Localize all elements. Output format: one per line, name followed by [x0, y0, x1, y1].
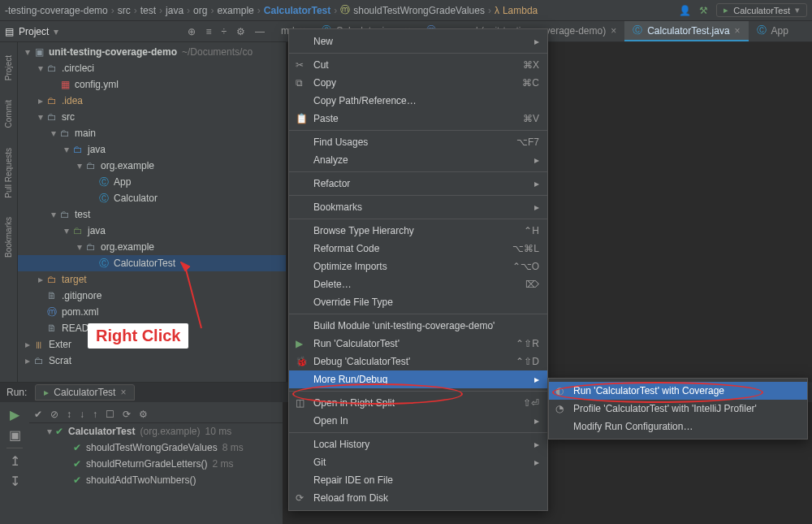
test-row-1[interactable]: ✔shouldTestWrongGradeValues8 ms	[29, 440, 283, 456]
test-row-3[interactable]: ✔shouldAddTwoNumbers()	[29, 472, 283, 488]
expand-icon[interactable]: ↓	[80, 409, 84, 420]
down-icon[interactable]: ↧	[10, 474, 20, 489]
menu-override-filetype[interactable]: Override File Type	[289, 293, 547, 311]
rerun-icon[interactable]: ▶	[10, 407, 19, 422]
split-icon: ◫	[296, 397, 304, 409]
gear-icon[interactable]: ⚙	[236, 26, 245, 37]
tree-root[interactable]: ▣unit-testing-coverage-demo~/Documents/c…	[18, 44, 286, 60]
tick-icon: ✔	[73, 474, 81, 486]
tree-ext-libs[interactable]: ⫼Exter	[18, 336, 286, 353]
menu-browse-hierarchy[interactable]: Browse Type Hierarchy⌃H	[289, 222, 547, 240]
menu-new[interactable]: New▸	[289, 32, 547, 50]
submenu-run-coverage[interactable]: ◐Run 'CalculatorTest' with Coverage	[549, 382, 807, 400]
menu-copy[interactable]: ⧉Copy⌘C	[289, 74, 547, 92]
menu-reformat[interactable]: Reformat Code⌥⌘L	[289, 240, 547, 258]
menu-bookmarks[interactable]: Bookmarks▸	[289, 198, 547, 216]
menu-cut[interactable]: ✂Cut⌘X	[289, 56, 547, 74]
run-configuration-selector[interactable]: ▸ CalculatorTest ▾	[716, 3, 807, 17]
tree-pom[interactable]: ⓜpom.xml	[18, 304, 286, 320]
select-opened-icon[interactable]: ⊕	[188, 26, 196, 37]
tree-readme[interactable]: 🗎README.md	[18, 320, 286, 336]
menu-run[interactable]: ▶Run 'CalculatorTest'⌃⇧R	[289, 335, 547, 353]
close-icon[interactable]: ×	[120, 387, 126, 398]
tab-calculator-test[interactable]: ⒸCalculatorTest.java×	[624, 21, 748, 41]
tab-app[interactable]: ⒸApp	[749, 21, 797, 41]
tree-main[interactable]: 🗀main	[18, 125, 286, 141]
breadcrumb: -testing-coverage-demo › src› test› java…	[0, 0, 812, 21]
menu-build-module[interactable]: Build Module 'unit-testing-coverage-demo…	[289, 317, 547, 335]
menu-analyze[interactable]: Analyze▸	[289, 151, 547, 169]
menu-local-history[interactable]: Local History▸	[289, 435, 547, 453]
menu-more-run-debug[interactable]: More Run/Debug▸	[289, 370, 547, 388]
close-icon[interactable]: ×	[611, 25, 616, 37]
history-icon[interactable]: ⟳	[123, 409, 131, 420]
yml-icon: ▦	[58, 79, 71, 90]
gear-icon[interactable]: ⚙	[139, 409, 148, 420]
menu-git[interactable]: Git▸	[289, 453, 547, 471]
hide-icon[interactable]: —	[255, 26, 265, 37]
method-icon: ⓜ	[340, 3, 350, 17]
tree-scratches[interactable]: 🗀Scrat	[18, 353, 286, 369]
menu-paste[interactable]: 📋Paste⌘V	[289, 110, 547, 128]
coverage-icon: ◐	[555, 385, 564, 396]
rail-project[interactable]: Project	[4, 55, 13, 80]
submenu-modify-config[interactable]: Modify Run Configuration…	[549, 418, 807, 435]
test-folder-icon: 🗀	[71, 225, 84, 236]
sort-icon[interactable]: ↕	[67, 409, 71, 420]
java-class-icon: Ⓒ	[97, 192, 110, 206]
run-tab[interactable]: ▸ CalculatorTest ×	[35, 384, 135, 401]
tree-test-pkg[interactable]: 🗀org.example	[18, 239, 286, 255]
up-icon[interactable]: ↥	[10, 453, 20, 469]
build-icon[interactable]: ⚒	[699, 5, 708, 16]
collapse-all-icon[interactable]: ÷	[221, 26, 227, 37]
menu-open-in[interactable]: Open In▸	[289, 412, 547, 430]
folder-icon: 🗀	[45, 111, 58, 123]
rail-commit[interactable]: Commit	[4, 100, 13, 128]
toggle-passed-icon[interactable]: ✔	[34, 409, 42, 420]
context-submenu: ◐Run 'CalculatorTest' with Coverage ◔Pro…	[548, 378, 808, 440]
tree-test[interactable]: 🗀test	[18, 206, 286, 223]
tree-gitignore[interactable]: 🗎.gitignore	[18, 288, 286, 304]
collapse-icon[interactable]: ↑	[93, 409, 97, 420]
menu-repair[interactable]: Repair IDE on File	[289, 471, 547, 489]
menu-debug[interactable]: 🐞Debug 'CalculatorTest'⌃⇧D	[289, 353, 547, 370]
tree-main-pkg[interactable]: 🗀org.example	[18, 158, 286, 174]
breadcrumb-class[interactable]: CalculatorTest	[264, 5, 330, 16]
rail-pull-requests[interactable]: Pull Requests	[4, 148, 13, 198]
breadcrumb-lambda[interactable]: Lambda	[503, 5, 538, 16]
breadcrumb-root[interactable]: -testing-coverage-demo	[5, 5, 108, 16]
tree-circleci[interactable]: 🗀.circleci	[18, 60, 286, 76]
menu-optimize[interactable]: Optimize Imports⌃⌥O	[289, 258, 547, 275]
menu-reload[interactable]: ⟳Reload from Disk	[289, 489, 547, 507]
user-icon[interactable]: 👤	[679, 5, 691, 16]
rail-bookmarks[interactable]: Bookmarks	[4, 217, 13, 258]
test-row-2[interactable]: ✔shouldReturnGradeLetters()2 ms	[29, 456, 283, 472]
tree-calculator-test[interactable]: ⒸCalculatorTest	[18, 255, 286, 271]
run-gutter: ▶ ▣ ↥ ↧	[0, 402, 29, 524]
menu-copy-path[interactable]: Copy Path/Reference…	[289, 92, 547, 110]
toggle-ignored-icon[interactable]: ⊘	[50, 409, 58, 420]
submenu-profile[interactable]: ◔Profile 'CalculatorTest' with 'IntelliJ…	[549, 400, 807, 418]
tree-idea[interactable]: 🗀.idea	[18, 93, 286, 109]
play-icon: ▶	[296, 338, 303, 349]
tree-test-java[interactable]: 🗀java	[18, 223, 286, 239]
tree-src[interactable]: 🗀src	[18, 109, 286, 125]
export-icon[interactable]: ☐	[106, 409, 114, 420]
test-root[interactable]: ▾✔CalculatorTest(org.example)10 ms	[29, 423, 283, 440]
menu-delete[interactable]: Delete…⌦	[289, 275, 547, 293]
module-icon: ▣	[32, 46, 45, 58]
menu-open-split[interactable]: ◫Open in Right Split⇧⏎	[289, 394, 547, 412]
menu-find-usages[interactable]: Find Usages⌥F7	[289, 133, 547, 151]
menu-refactor[interactable]: Refactor▸	[289, 175, 547, 193]
tree-target[interactable]: 🗀target	[18, 271, 286, 288]
breadcrumb-method[interactable]: shouldTestWrongGradeValues	[353, 5, 485, 16]
tree-app[interactable]: ⒸApp	[18, 174, 286, 190]
close-icon[interactable]: ×	[735, 25, 741, 37]
stop-icon[interactable]: ▣	[9, 427, 21, 443]
tree-calculator[interactable]: ⒸCalculator	[18, 190, 286, 206]
tree-main-java[interactable]: 🗀java	[18, 141, 286, 158]
tree-config-yml[interactable]: ▦config.yml	[18, 76, 286, 93]
chevron-down-icon: ▾	[54, 26, 58, 37]
expand-all-icon[interactable]: ≡	[205, 26, 211, 37]
project-tool-header[interactable]: ▤ Project ▾ ⊕ ≡ ÷ ⚙ —	[5, 26, 265, 37]
